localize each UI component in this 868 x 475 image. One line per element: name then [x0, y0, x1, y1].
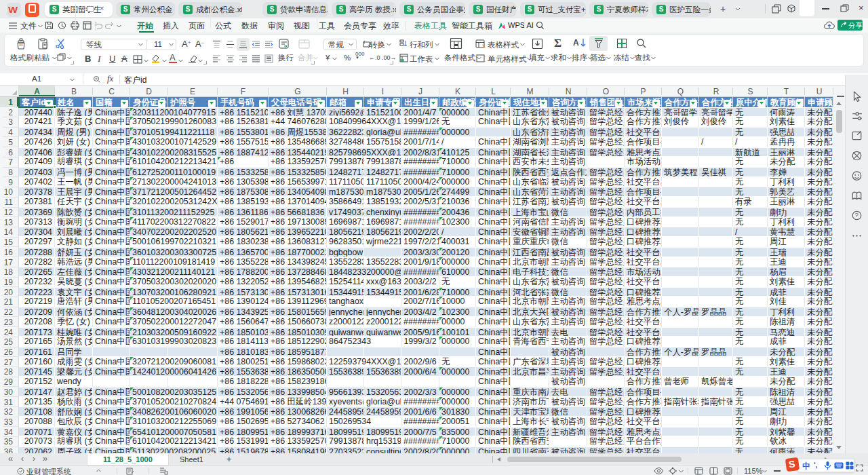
svg-text:?: ? [855, 212, 859, 218]
